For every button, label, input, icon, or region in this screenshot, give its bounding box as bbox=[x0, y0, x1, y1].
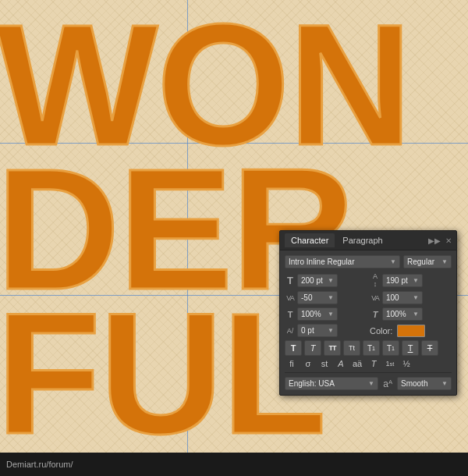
size-arrow: ▼ bbox=[328, 277, 334, 284]
leading-icon: A↕ bbox=[370, 272, 381, 288]
language-aa-row: English: USA ▼ aᴬ Smooth ▼ bbox=[285, 372, 452, 390]
text-row-3: FUL bbox=[0, 297, 325, 451]
baseline-cell: A/ 0 pt ▼ bbox=[285, 324, 367, 337]
bottom-bar: Demiart.ru/forum/ bbox=[0, 453, 468, 476]
scale-row: T 100% ▼ T 100% ▼ bbox=[285, 307, 452, 321]
tracking-cell: VA -50 ▼ bbox=[285, 291, 367, 304]
leading-arrow: ▼ bbox=[413, 277, 419, 284]
glyph-stylistic[interactable]: A bbox=[334, 359, 348, 368]
tab-paragraph[interactable]: Paragraph bbox=[336, 233, 388, 247]
typo-btn-strikethrough[interactable]: T bbox=[421, 340, 438, 356]
horiz-scale-icon: T bbox=[285, 310, 296, 319]
leading-input[interactable]: 190 pt ▼ bbox=[382, 274, 423, 287]
character-panel: Character Paragraph ▶▶ ✕ Intro Inline Re… bbox=[279, 230, 457, 396]
leading-cell: A↕ 190 pt ▼ bbox=[370, 272, 452, 288]
glyph-buttons-row: fi σ st A aä T 1st ½ bbox=[285, 359, 452, 368]
vert-scale-arrow: ▼ bbox=[413, 311, 419, 318]
typo-btn-smallcaps[interactable]: Tt bbox=[343, 340, 360, 356]
panel-titlebar: Character Paragraph ▶▶ ✕ bbox=[280, 231, 456, 250]
font-style-dropdown[interactable]: Regular ▼ bbox=[403, 255, 452, 268]
font-style-value: Regular bbox=[407, 258, 434, 266]
typo-btn-underline[interactable]: T bbox=[402, 340, 419, 356]
antialiasing-dropdown[interactable]: Smooth ▼ bbox=[397, 377, 452, 390]
color-cell: Color: bbox=[370, 325, 452, 337]
font-style-arrow: ▼ bbox=[441, 258, 448, 265]
typo-btn-regular[interactable]: T bbox=[285, 340, 302, 356]
glyph-st[interactable]: st bbox=[317, 359, 332, 368]
antialiasing-value: Smooth bbox=[401, 379, 427, 388]
site-url[interactable]: Demiart.ru/forum/ bbox=[6, 460, 73, 469]
kerning-icon: VA bbox=[370, 294, 381, 302]
tracking-arrow: ▼ bbox=[328, 294, 334, 301]
glyph-fraction[interactable]: ½ bbox=[399, 359, 413, 368]
glyph-ligature[interactable]: fi bbox=[285, 359, 299, 368]
vert-scale-cell: T 100% ▼ bbox=[370, 307, 452, 321]
font-name-value: Intro Inline Regular bbox=[289, 258, 355, 266]
tab-character[interactable]: Character bbox=[285, 233, 335, 247]
baseline-input[interactable]: 0 pt ▼ bbox=[297, 324, 338, 337]
size-input[interactable]: 200 pt ▼ bbox=[297, 274, 338, 287]
kerning-input[interactable]: 100 ▼ bbox=[382, 291, 423, 304]
size-cell: T 200 pt ▼ bbox=[285, 274, 367, 287]
typo-buttons-row: T T TT Tt T1 T1 T T bbox=[285, 340, 452, 356]
horiz-scale-input[interactable]: 100% ▼ bbox=[297, 307, 338, 321]
smooth-arrow: ▼ bbox=[441, 380, 448, 387]
antialiasing-icon: aᴬ bbox=[381, 378, 394, 389]
glyph-sigma[interactable]: σ bbox=[301, 359, 315, 368]
lang-arrow: ▼ bbox=[368, 380, 374, 387]
tracking-kerning-row: VA -50 ▼ VA 100 ▼ bbox=[285, 291, 452, 304]
size-icon: T bbox=[285, 275, 296, 286]
color-label: Color: bbox=[370, 326, 392, 336]
baseline-color-row: A/ 0 pt ▼ Color: bbox=[285, 324, 452, 337]
font-name-arrow: ▼ bbox=[390, 258, 396, 265]
language-value: English: USA bbox=[289, 379, 335, 388]
size-leading-row: T 200 pt ▼ A↕ 190 pt ▼ bbox=[285, 272, 452, 288]
font-name-dropdown[interactable]: Intro Inline Regular ▼ bbox=[285, 255, 400, 268]
horiz-scale-arrow: ▼ bbox=[328, 311, 334, 318]
kerning-arrow: ▼ bbox=[413, 294, 419, 301]
typo-btn-allcaps[interactable]: TT bbox=[324, 340, 341, 356]
kerning-cell: VA 100 ▼ bbox=[370, 291, 452, 304]
glyph-ordinal[interactable]: 1st bbox=[383, 360, 397, 368]
vert-scale-icon: T bbox=[370, 310, 381, 319]
language-dropdown[interactable]: English: USA ▼ bbox=[285, 377, 378, 390]
panel-body: Intro Inline Regular ▼ Regular ▼ T 200 p… bbox=[280, 250, 456, 395]
tracking-icon: VA bbox=[285, 294, 296, 302]
canvas: WON DER FUL Character Paragraph ▶▶ ✕ Int… bbox=[0, 0, 468, 453]
baseline-icon: A/ bbox=[285, 327, 296, 335]
typo-btn-subscript[interactable]: T1 bbox=[382, 340, 399, 356]
typo-btn-superscript[interactable]: T1 bbox=[363, 340, 380, 356]
color-swatch[interactable] bbox=[397, 325, 425, 337]
panel-close-button[interactable]: ✕ bbox=[445, 236, 452, 245]
horiz-scale-cell: T 100% ▼ bbox=[285, 307, 367, 321]
panel-menu-arrow[interactable]: ▶▶ bbox=[428, 236, 441, 245]
typo-btn-italic[interactable]: T bbox=[304, 340, 321, 356]
glyph-t[interactable]: T bbox=[367, 359, 381, 368]
tracking-input[interactable]: -50 ▼ bbox=[297, 291, 338, 304]
glyph-accented[interactable]: aä bbox=[350, 359, 364, 368]
vert-scale-input[interactable]: 100% ▼ bbox=[382, 307, 423, 321]
baseline-arrow: ▼ bbox=[328, 327, 334, 334]
font-selector-row: Intro Inline Regular ▼ Regular ▼ bbox=[285, 255, 452, 268]
